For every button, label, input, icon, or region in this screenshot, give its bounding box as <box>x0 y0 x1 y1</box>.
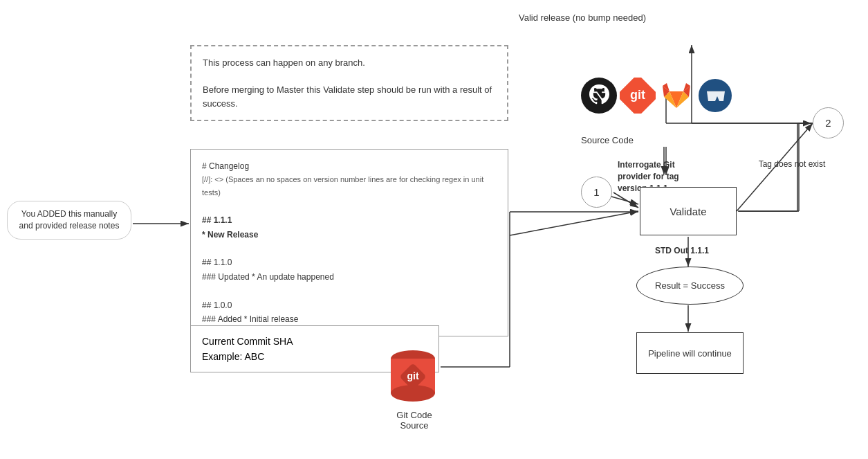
info-box: This process can happen on any branch. B… <box>190 45 508 121</box>
validate-box: Validate <box>640 187 737 235</box>
tag-label: Tag does not exist <box>754 159 830 169</box>
svg-text:git: git <box>407 370 418 381</box>
changelog-note: [//]: <> (Spaces an no spaces on version… <box>202 173 497 199</box>
git-source-text: Git Code Source <box>389 410 439 431</box>
changelog-v111-note: * New Release <box>202 228 497 242</box>
changelog-v100-header: ## 1.0.0 <box>202 298 497 312</box>
valid-release-label: Valid release (no bump needed) <box>519 12 646 23</box>
result-box: Result = Success <box>636 267 744 305</box>
changelog-v110-header: ## 1.1.0 <box>202 255 497 269</box>
manual-label: You ADDED this manually and provided rel… <box>7 201 131 240</box>
std-out-label: STD Out 1.1.1 <box>655 246 709 255</box>
circle-2: 2 <box>813 107 844 138</box>
changelog-v111-header: ## 1.1.1 <box>202 213 497 227</box>
gitlab-icon <box>658 78 694 114</box>
git-source-large-icon: git <box>384 346 443 405</box>
git-icons-area: ⌥ git <box>581 45 733 145</box>
git-source-line1: Current Commit SHA <box>202 336 427 347</box>
changelog-v100-note: ### Added * Initial release <box>202 312 497 326</box>
svg-line-1 <box>510 211 638 235</box>
diagram-container: Valid release (no bump needed) This proc… <box>0 0 868 459</box>
info-line2: Before merging to Master this Validate s… <box>203 83 496 110</box>
svg-text:git: git <box>630 88 645 102</box>
source-code-label: Source Code <box>581 135 634 145</box>
bitbucket-icon <box>697 78 733 114</box>
github-icon: ⌥ <box>581 78 617 114</box>
info-line1: This process can happen on any branch. <box>203 56 496 70</box>
git-icon: git <box>620 78 656 114</box>
changelog-box: # Changelog [//]: <> (Spaces an no space… <box>190 149 508 336</box>
circle-1: 1 <box>581 177 612 208</box>
changelog-v110-note: ### Updated * An update happened <box>202 270 497 284</box>
svg-line-17 <box>613 192 638 208</box>
changelog-header: # Changelog <box>202 159 497 173</box>
pipeline-box: Pipeline will continue <box>636 332 744 374</box>
